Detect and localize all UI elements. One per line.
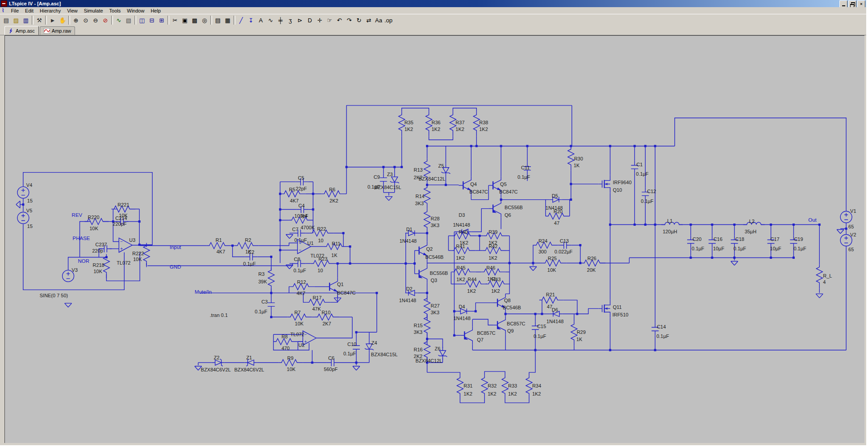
component-R33[interactable]: R331K2 <box>502 375 517 399</box>
component-R220[interactable]: R22010K <box>85 215 109 231</box>
minimize-button[interactable] <box>839 0 847 8</box>
component-V2[interactable]: V265 <box>840 232 856 252</box>
component-C13[interactable]: C130.022µF <box>555 238 573 254</box>
rotate-button[interactable]: ↻ <box>354 15 364 25</box>
component-R23[interactable]: R2310 <box>311 256 335 273</box>
component-R30[interactable]: R301K <box>568 147 583 171</box>
component-Z2[interactable]: Z2BZX84C6V2L <box>201 355 231 372</box>
redo-button[interactable]: ↷ <box>344 15 354 25</box>
halt-button[interactable]: ✋ <box>58 15 67 25</box>
component-C14[interactable]: C140.1µF <box>651 323 669 339</box>
component-C6[interactable]: C6560pF <box>324 355 339 372</box>
component-D6[interactable]: D61N4148 <box>547 307 563 324</box>
component-Q6[interactable]: Q6BC556B <box>488 200 523 218</box>
zoom-full-extents-button[interactable]: ⊘ <box>100 15 110 25</box>
component-C5[interactable]: C522pF <box>296 175 308 191</box>
net-label-button[interactable]: A <box>256 15 266 25</box>
component-R9[interactable]: R910K <box>279 355 303 372</box>
component-R2[interactable]: R21K <box>235 237 259 254</box>
zoom-out-button[interactable]: ⊖ <box>91 15 100 25</box>
component-V3[interactable]: V3SINE(0 7 50) <box>40 267 78 298</box>
net-label-Out[interactable]: Out <box>808 217 817 223</box>
component-R25[interactable]: R2510K <box>542 256 567 273</box>
component-R36[interactable]: R361K2 <box>426 112 441 136</box>
component-V4[interactable]: V415 <box>17 182 33 203</box>
cascade-windows-button[interactable]: ⊞ <box>157 15 167 25</box>
component-C11[interactable]: C110.1µF <box>517 162 531 180</box>
component-Q11[interactable]: Q11IRF510 <box>599 299 629 317</box>
schematic-canvas[interactable]: V415V515V3SINE(0 7 50)R22010KR22110KC214… <box>4 35 864 443</box>
component-Z1[interactable]: Z1BZX84C6V2L <box>234 355 264 372</box>
component-D5[interactable]: D51N4148 <box>546 193 563 211</box>
menu-edit[interactable]: Edit <box>22 8 37 13</box>
zoom-back-button[interactable]: ⊙ <box>81 15 91 25</box>
component-D4[interactable]: D41N4148 <box>453 304 470 321</box>
paste-button[interactable]: ▩ <box>190 15 200 25</box>
save-button[interactable]: ▥ <box>21 15 31 25</box>
component-C8[interactable]: C80.1µF <box>293 257 306 273</box>
schematic-svg[interactable]: V415V515V3SINE(0 7 50)R22010KR22110KC214… <box>5 36 864 443</box>
close-button[interactable]: × <box>857 0 865 8</box>
menu-view[interactable]: View <box>64 8 81 13</box>
net-label-PHASE[interactable]: PHASE <box>73 236 90 241</box>
capacitor-button[interactable]: ╪ <box>275 15 285 25</box>
spice-directive-button[interactable]: .op <box>384 15 393 25</box>
net-label-GND[interactable]: GND <box>170 264 181 270</box>
cut-button[interactable]: ✂ <box>170 15 180 25</box>
wire-button[interactable]: ╱ <box>236 15 246 25</box>
resistor-button[interactable]: ∿ <box>266 15 275 25</box>
run-button[interactable]: ► <box>48 15 58 25</box>
tile-vertically-button[interactable]: ◫ <box>137 15 147 25</box>
net-label-Mute-In[interactable]: Mute/In <box>195 289 212 295</box>
component-R222[interactable]: R22210K <box>132 243 150 267</box>
component-R6[interactable]: R62K2 <box>321 187 346 203</box>
component-R27[interactable]: R273K3 <box>424 295 440 320</box>
tile-horizontally-button[interactable]: ⊟ <box>147 15 157 25</box>
component-Q2[interactable]: Q2BC546B <box>415 241 444 260</box>
component-R26[interactable]: R2620K <box>582 256 606 273</box>
copy-button[interactable]: ▣ <box>180 15 190 25</box>
component-Q10[interactable]: Q10IRF9640 <box>599 175 632 193</box>
drag-button[interactable]: ☞ <box>325 15 334 25</box>
component-R3[interactable]: R339K <box>259 267 275 291</box>
mirror-button[interactable]: ⇄ <box>364 15 374 25</box>
component-R37[interactable]: R371K2 <box>450 112 464 136</box>
component-V1[interactable]: V165 <box>840 208 856 229</box>
undo-button[interactable]: ↶ <box>334 15 344 25</box>
menu-file[interactable]: File <box>8 8 22 13</box>
component-R39[interactable]: R391K2 <box>484 229 508 246</box>
component-L2[interactable]: L235µH <box>743 219 765 234</box>
text-button[interactable]: Aa <box>374 15 384 25</box>
control-panel-button[interactable]: ⚒ <box>34 15 44 25</box>
component-R44[interactable]: R441K2 <box>463 277 487 294</box>
menu-window[interactable]: Window <box>124 8 147 13</box>
component-Q7[interactable]: Q7BC857C <box>460 326 495 344</box>
component-Q4[interactable]: Q4BC847C <box>459 177 488 194</box>
component-R24[interactable]: R24300 <box>534 238 558 254</box>
move-button[interactable]: ✛ <box>315 15 325 25</box>
component-R10[interactable]: R102K7 <box>315 310 339 326</box>
menu-simulate[interactable]: Simulate <box>81 8 106 13</box>
component-Z4[interactable]: Z4BZX84C15L <box>365 340 398 357</box>
component-C12[interactable]: C120.1µF <box>641 188 656 204</box>
new-schematic-button[interactable]: ▤ <box>1 15 11 25</box>
component-Q8[interactable]: Q8BC546B <box>493 294 521 312</box>
net-label-Input[interactable]: Input <box>170 245 181 250</box>
component-V5[interactable]: V515 <box>17 208 33 229</box>
component-C17[interactable]: C1710µF <box>768 236 781 252</box>
component-R34[interactable]: R341K2 <box>526 375 541 399</box>
component-C10[interactable]: C100.1µF <box>343 341 360 356</box>
print-preview-button[interactable]: ▤ <box>213 15 223 25</box>
component-C237[interactable]: C237220p <box>92 242 112 253</box>
component-R21[interactable]: R2147 <box>539 292 563 309</box>
open-file-button[interactable]: ▨ <box>11 15 21 25</box>
component-D2[interactable]: D21N4148 <box>399 286 418 303</box>
component-R11[interactable]: R111K <box>324 241 348 258</box>
component-C3[interactable]: C30.1µF <box>255 298 275 314</box>
title-bar[interactable]: LTspice IV - [Amp.asc] × <box>0 0 866 7</box>
component-R7[interactable]: R710K <box>288 310 312 326</box>
component-C1[interactable]: C10.1µF <box>631 161 649 177</box>
tab-amp-raw[interactable]: Amp.raw <box>40 26 75 35</box>
component-Q3[interactable]: Q3BC556B <box>415 265 448 283</box>
inductor-button[interactable]: ʒ <box>285 15 295 25</box>
